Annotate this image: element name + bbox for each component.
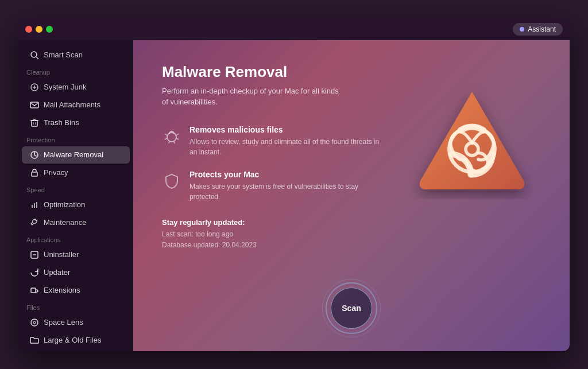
shield-icon [162,171,181,191]
feature-title: Removes malicious files [189,125,380,134]
sidebar-item-label: Mail Attachments [44,100,100,109]
assistant-label: Assistant [528,25,556,33]
biohazard-graphic [403,63,541,224]
malware-icon [30,150,39,160]
sidebar-item-label: Trash Bins [44,118,79,127]
app-window: Assistant Smart Scan Cleanup [18,18,570,351]
svg-rect-4 [32,121,37,126]
sidebar-item-label: Maintenance [44,218,86,227]
assistant-button[interactable]: Assistant [513,23,563,36]
sidebar-item-uninstaller[interactable]: Uninstaller [22,246,130,263]
sidebar-item-large-old-files[interactable]: Large & Old Files [22,332,130,349]
svg-point-18 [33,321,36,324]
trash-icon [30,118,39,127]
svg-point-23 [167,133,176,142]
svg-rect-3 [30,102,38,108]
sidebar-item-optimization[interactable]: Optimization [22,196,130,213]
section-label-cleanup: Cleanup [18,64,133,78]
sidebar-item-label: Space Lens [44,318,83,327]
sidebar-item-label: System Junk [44,83,86,91]
feature-list: Removes malicious files Allows to review… [162,125,380,202]
section-label-protection: Protection [18,132,133,146]
smart-scan-icon [30,51,39,60]
svg-line-29 [174,142,175,143]
sidebar-item-privacy[interactable]: Privacy [22,164,130,181]
svg-point-0 [31,52,37,57]
folder-icon [30,336,39,345]
sidebar-item-label: Optimization [44,200,85,209]
sidebar-item-space-lens[interactable]: Space Lens [22,314,130,331]
svg-rect-16 [31,288,36,293]
feature-title: Protects your Mac [189,170,380,179]
sidebar-item-label: Malware Removal [44,150,103,159]
feature-item-malicious: Removes malicious files Allows to review… [162,125,380,157]
svg-line-1 [36,57,38,59]
extensions-icon [30,286,39,295]
sidebar-item-maintenance[interactable]: Maintenance [22,214,130,231]
scan-glow-ring: Scan [326,282,377,334]
page-subtitle: Perform an in-depth checkup of your Mac … [162,86,346,108]
section-label-files: Files [18,300,133,313]
feature-text: Protects your Mac Makes sure your system… [189,170,380,202]
svg-line-26 [165,138,167,139]
space-lens-icon [30,318,39,327]
maintenance-icon [30,218,39,227]
maximize-button[interactable] [46,26,53,33]
sidebar-item-malware-removal[interactable]: Malware Removal [22,146,130,164]
sidebar-item-label: Updater [44,268,70,277]
sidebar-item-mail-attachments[interactable]: Mail Attachments [22,96,130,114]
sidebar-item-extensions[interactable]: Extensions [22,282,130,299]
content-area: Smart Scan Cleanup System Junk [18,40,570,351]
svg-rect-10 [32,172,37,176]
sidebar-item-system-junk[interactable]: System Junk [22,79,130,96]
optimization-icon [30,200,39,209]
traffic-lights [25,26,53,33]
sidebar-item-smart-scan[interactable]: Smart Scan [22,46,130,64]
feature-desc: Makes sure your system is free of vulner… [189,181,380,202]
sidebar-item-label: Smart Scan [44,51,83,59]
section-label-applications: Applications [18,232,133,246]
titlebar: Assistant [18,18,570,40]
minimize-button[interactable] [36,26,42,33]
feature-desc: Allows to review, study and eliminate al… [189,137,380,157]
updater-icon [30,268,39,277]
svg-point-17 [31,319,38,326]
sidebar: Smart Scan Cleanup System Junk [18,40,133,351]
sidebar-item-trash-bins[interactable]: Trash Bins [22,114,130,131]
sidebar-item-label: Privacy [44,168,68,177]
scan-button[interactable]: Scan [331,288,372,329]
sidebar-item-shredder[interactable]: Shredder [22,349,130,351]
system-junk-icon [30,83,39,92]
bug-icon [162,126,181,146]
sidebar-item-label: Uninstaller [44,250,79,259]
biohazard-svg [409,80,535,207]
assistant-dot-icon [520,27,524,32]
sidebar-item-updater[interactable]: Updater [22,264,130,281]
svg-line-24 [165,134,167,135]
sidebar-item-label: Large & Old Files [44,336,101,344]
feature-item-protect: Protects your Mac Makes sure your system… [162,170,380,202]
section-label-speed: Speed [18,182,133,196]
svg-line-25 [176,134,179,135]
feature-text: Removes malicious files Allows to review… [189,125,380,157]
mail-icon [30,100,39,110]
main-content: Malware Removal Perform an in-depth chec… [133,40,570,351]
scan-button-container: Scan [326,282,377,334]
svg-line-27 [176,138,179,139]
sidebar-item-label: Extensions [44,286,80,294]
privacy-icon [30,168,39,177]
svg-line-28 [169,142,169,143]
last-scan-text: Last scan: too long ago [162,229,547,240]
db-updated-text: Database updated: 20.04.2023 [162,240,547,251]
uninstaller-icon [30,250,39,259]
close-button[interactable] [25,26,32,33]
